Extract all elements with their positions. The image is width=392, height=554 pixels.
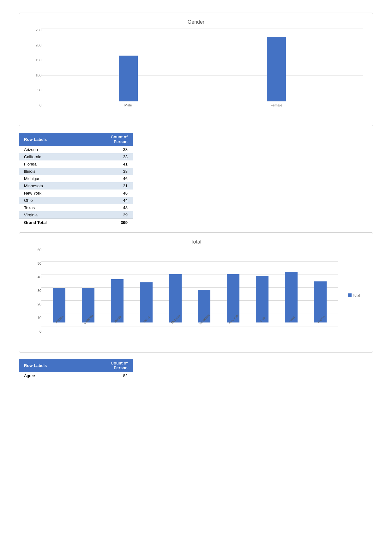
state-count: 31	[81, 182, 133, 190]
total-bars-row: ArizonaCaliforniaFloridaIllinoisMichigan…	[41, 248, 338, 327]
y-axis-label: 200	[36, 43, 41, 47]
total-y-axis: 0102030405060	[29, 248, 41, 343]
bar-group: Florida	[108, 279, 127, 327]
state-label: Illinois	[19, 168, 81, 175]
grand-total-value: 399	[81, 219, 133, 226]
state-count: 48	[81, 204, 133, 211]
opinion-table-header-count: Count ofPerson	[81, 359, 133, 372]
bar-group: Illinois	[137, 282, 156, 327]
state-count: 41	[81, 160, 133, 168]
state-table-header-count: Count ofPerson	[81, 133, 133, 146]
bar-group: Ohio	[253, 276, 272, 327]
table-row: Florida41	[19, 160, 133, 168]
legend-color-swatch	[348, 293, 352, 297]
table-row: Ohio44	[19, 197, 133, 204]
gender-chart-title: Gender	[29, 19, 363, 25]
table-row: Arizona33	[19, 146, 133, 153]
state-label: Ohio	[19, 197, 81, 204]
gender-y-axis: 050100150200250	[29, 28, 41, 117]
table-row: New York46	[19, 190, 133, 197]
state-label: Arizona	[19, 146, 81, 153]
total-chart-legend: Total	[348, 293, 360, 297]
bar-label: Female	[271, 103, 282, 107]
bar-group: Male	[119, 56, 138, 107]
state-pivot-table: Row Labels Count ofPerson Arizona33Calif…	[19, 133, 133, 226]
state-label: Minnesota	[19, 182, 81, 190]
table-row: Virginia39	[19, 211, 133, 219]
opinion-count: 82	[81, 372, 133, 379]
state-count: 46	[81, 190, 133, 197]
total-chart-area: 0102030405060 ArizonaCaliforniaFloridaIl…	[29, 248, 363, 343]
grand-total-row: Grand Total399	[19, 219, 133, 226]
bar-group: Virginia	[311, 281, 330, 327]
y-axis-label: 40	[38, 275, 41, 279]
table-row: California33	[19, 153, 133, 160]
opinion-table-header-labels: Row Labels	[19, 359, 81, 372]
y-axis-label: 10	[38, 316, 41, 320]
bar-group: Female	[267, 37, 286, 107]
state-label: Michigan	[19, 175, 81, 182]
table-row: Illinois38	[19, 168, 133, 175]
state-label: Florida	[19, 160, 81, 168]
gender-chart-area: 050100150200250 MaleFemale	[29, 28, 363, 117]
bar-label: Male	[124, 103, 132, 107]
opinion-label: Agree	[19, 372, 81, 379]
gender-bars-row: MaleFemale	[41, 28, 363, 107]
state-count: 38	[81, 168, 133, 175]
bar-group: Michigan	[166, 274, 185, 327]
state-label: Texas	[19, 204, 81, 211]
table-row: Minnesota31	[19, 182, 133, 190]
y-axis-label: 250	[36, 28, 41, 32]
state-label: Virginia	[19, 211, 81, 219]
y-axis-label: 150	[36, 58, 41, 62]
state-count: 33	[81, 153, 133, 160]
bar-group: Arizona	[50, 288, 69, 327]
y-axis-label: 50	[38, 88, 41, 92]
y-axis-label: 20	[38, 302, 41, 306]
table-row: Texas48	[19, 204, 133, 211]
legend-label: Total	[353, 293, 360, 297]
gender-bars-area: MaleFemale	[41, 28, 363, 117]
bar-group: Texas	[282, 272, 301, 327]
grand-total-label: Grand Total	[19, 219, 81, 226]
y-axis-label: 60	[38, 248, 41, 252]
bar-group: Minnesota	[195, 290, 214, 327]
table-row: Agree82	[19, 372, 133, 379]
opinion-pivot-table: Row Labels Count ofPerson Agree82	[19, 359, 133, 379]
total-bars-area: ArizonaCaliforniaFloridaIllinoisMichigan…	[41, 248, 363, 343]
y-axis-label: 50	[38, 262, 41, 265]
bar-group: New York	[224, 274, 243, 327]
bar-group: California	[79, 288, 98, 327]
bar	[119, 56, 138, 101]
state-count: 44	[81, 197, 133, 204]
state-label: New York	[19, 190, 81, 197]
state-count: 33	[81, 146, 133, 153]
total-chart-container: Total 0102030405060 ArizonaCaliforniaFlo…	[19, 232, 373, 352]
state-count: 46	[81, 175, 133, 182]
table-row: Michigan46	[19, 175, 133, 182]
bar	[267, 37, 286, 101]
gender-chart-container: Gender 050100150200250 MaleFemale	[19, 13, 373, 126]
state-label: California	[19, 153, 81, 160]
y-axis-label: 100	[36, 73, 41, 77]
y-axis-label: 30	[38, 289, 41, 292]
total-chart-title: Total	[29, 239, 363, 245]
state-table-header-labels: Row Labels	[19, 133, 81, 146]
state-count: 39	[81, 211, 133, 219]
